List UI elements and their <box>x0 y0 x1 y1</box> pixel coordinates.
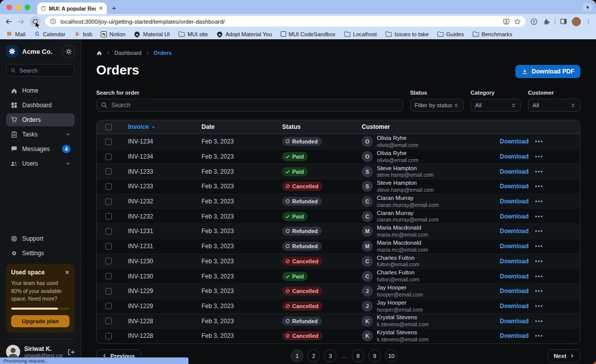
row-checkbox[interactable] <box>105 154 112 160</box>
row-download-link[interactable]: Download <box>500 183 532 190</box>
page-button-8[interactable]: 8 <box>352 349 364 362</box>
forward-button[interactable] <box>17 18 25 26</box>
row-checkbox[interactable] <box>105 183 112 190</box>
customer-filter-select[interactable]: All <box>528 99 580 112</box>
theme-toggle-button[interactable] <box>62 45 75 57</box>
breadcrumb-dashboard[interactable]: Dashboard <box>114 50 142 56</box>
bookmark-issues-to-take[interactable]: Issues to take <box>385 31 429 37</box>
column-header-invoice[interactable]: Invoice <box>119 123 192 130</box>
row-checkbox[interactable] <box>105 333 112 339</box>
bookmark-notion[interactable]: NNotion <box>101 31 125 37</box>
sidebar-search[interactable] <box>6 64 75 77</box>
minimize-window-button[interactable] <box>16 5 21 10</box>
row-menu-icon[interactable] <box>532 245 580 247</box>
browser-profile-avatar[interactable] <box>572 17 581 26</box>
row-checkbox[interactable] <box>105 318 112 324</box>
bookmark-material-ui[interactable]: Material UI <box>134 31 170 37</box>
row-download-link[interactable]: Download <box>500 258 532 265</box>
page-button-9[interactable]: 9 <box>368 349 381 362</box>
page-button-2[interactable]: 2 <box>307 349 320 362</box>
row-download-link[interactable]: Download <box>500 273 532 280</box>
row-checkbox[interactable] <box>105 303 112 309</box>
url-bar[interactable]: localhost:3000/joy-ui/getting-started/te… <box>45 16 525 27</box>
row-checkbox[interactable] <box>105 138 112 145</box>
column-header-status[interactable]: Status <box>273 123 358 130</box>
row-checkbox[interactable] <box>105 198 112 205</box>
extensions-puzzle-icon[interactable] <box>543 18 550 25</box>
page-button-3[interactable]: 3 <box>324 349 337 362</box>
column-header-customer[interactable]: Customer <box>358 123 500 130</box>
row-menu-icon[interactable] <box>532 260 580 262</box>
side-panel-icon[interactable] <box>560 18 567 25</box>
row-menu-icon[interactable] <box>532 200 580 202</box>
row-menu-icon[interactable] <box>532 230 580 232</box>
status-filter-select[interactable]: Filter by status <box>410 99 463 112</box>
sidebar-item-dashboard[interactable]: Dashboard <box>6 99 75 112</box>
row-menu-icon[interactable] <box>532 335 580 337</box>
row-checkbox[interactable] <box>105 273 112 279</box>
row-checkbox[interactable] <box>105 258 112 264</box>
sidebar-item-home[interactable]: Home <box>6 84 75 97</box>
sidebar-item-tasks[interactable]: Tasks <box>6 128 75 141</box>
new-tab-button[interactable]: + <box>112 4 116 12</box>
row-menu-icon[interactable] <box>532 215 580 217</box>
reload-button[interactable] <box>30 16 41 27</box>
column-header-date[interactable]: Date <box>192 123 273 130</box>
site-info-icon[interactable] <box>50 18 56 25</box>
sidebar-item-settings[interactable]: Settings <box>6 247 75 260</box>
bookmark-guides[interactable]: Guides <box>437 31 464 37</box>
row-checkbox[interactable] <box>105 213 112 220</box>
page-button-1[interactable]: 1 <box>291 349 303 362</box>
row-checkbox[interactable] <box>105 243 112 250</box>
row-download-link[interactable]: Download <box>500 287 532 295</box>
row-download-link[interactable]: Download <box>500 332 532 339</box>
logout-icon[interactable] <box>67 348 75 356</box>
row-menu-icon[interactable] <box>532 320 580 322</box>
sidebar-search-input[interactable] <box>19 67 70 74</box>
row-menu-icon[interactable] <box>532 290 580 292</box>
row-menu-icon[interactable] <box>532 305 580 307</box>
download-pdf-button[interactable]: Download PDF <box>515 65 580 78</box>
row-download-link[interactable]: Download <box>500 303 532 310</box>
row-menu-icon[interactable] <box>532 275 580 277</box>
row-menu-icon[interactable] <box>532 171 580 173</box>
bookmark-mail[interactable]: MMail <box>6 31 25 37</box>
back-button[interactable] <box>5 18 13 26</box>
page-button-10[interactable]: 10 <box>385 349 398 362</box>
row-menu-icon[interactable] <box>532 185 580 187</box>
row-download-link[interactable]: Download <box>500 153 532 160</box>
row-download-link[interactable]: Download <box>500 318 532 325</box>
row-checkbox[interactable] <box>105 168 112 175</box>
browser-menu-icon[interactable]: ⋮ <box>585 18 591 25</box>
tab-search-chevron-icon[interactable]: ▼ <box>583 3 592 12</box>
home-icon[interactable] <box>96 50 102 56</box>
sidebar-item-messages[interactable]: Messages 4 <box>6 142 75 156</box>
bookmark-localhost[interactable]: Localhost <box>344 31 377 37</box>
next-page-button[interactable]: Next <box>548 349 580 362</box>
bookmark-mui-codesandbox[interactable]: MUI CodeSandbox <box>281 31 336 37</box>
sidebar-item-orders[interactable]: Orders <box>6 113 75 126</box>
password-manager-icon[interactable] <box>530 18 538 26</box>
install-app-icon[interactable] <box>503 18 510 25</box>
row-menu-icon[interactable] <box>532 156 580 158</box>
sidebar-item-support[interactable]: Support <box>6 232 75 245</box>
bookmark-adopt-material-you[interactable]: Adopt Material You <box>217 31 272 37</box>
bookmark-star-icon[interactable] <box>514 18 521 25</box>
bookmark-calendar[interactable]: GCalendar <box>34 31 65 37</box>
url-text[interactable]: localhost:3000/joy-ui/getting-started/te… <box>60 19 499 25</box>
row-checkbox[interactable] <box>105 228 112 235</box>
close-icon[interactable]: ✕ <box>65 270 70 275</box>
row-download-link[interactable]: Download <box>500 213 532 220</box>
bookmark-benchmarks[interactable]: Benchmarks <box>473 31 512 37</box>
row-menu-icon[interactable] <box>532 140 580 142</box>
upgrade-plan-button[interactable]: Upgrade plan <box>11 315 70 327</box>
row-download-link[interactable]: Download <box>500 228 532 235</box>
row-download-link[interactable]: Download <box>500 138 532 145</box>
row-download-link[interactable]: Download <box>500 168 532 175</box>
row-download-link[interactable]: Download <box>500 198 532 205</box>
order-search-input[interactable] <box>96 99 403 112</box>
row-checkbox[interactable] <box>105 288 112 295</box>
bookmark-bob[interactable]: bbob <box>74 31 92 37</box>
zoom-window-button[interactable] <box>25 5 30 10</box>
close-window-button[interactable] <box>7 5 12 10</box>
